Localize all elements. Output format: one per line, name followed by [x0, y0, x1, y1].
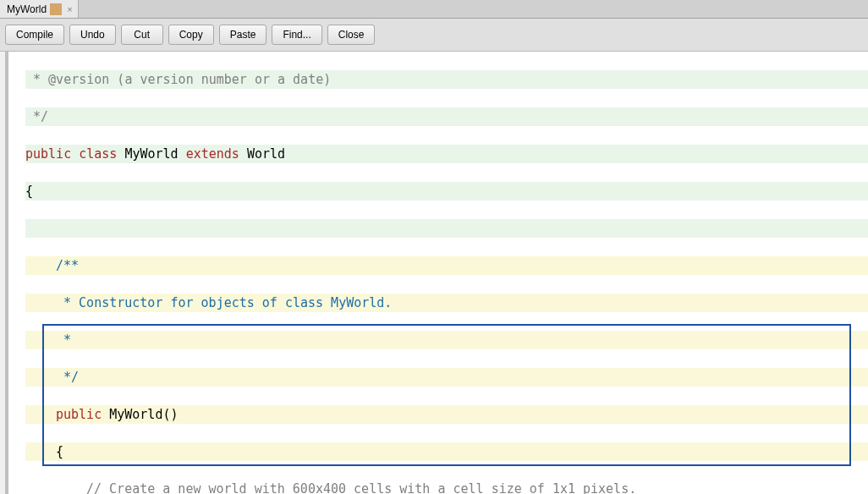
close-button[interactable]: Close	[327, 25, 376, 45]
tab-myworld[interactable]: MyWorld ×	[0, 0, 79, 18]
paste-button[interactable]: Paste	[219, 25, 267, 45]
ctor-sig: MyWorld()	[102, 407, 178, 422]
code-editor[interactable]: * @version (a version number or a date) …	[5, 52, 868, 494]
copy-button[interactable]: Copy	[168, 25, 214, 45]
world-icon	[50, 3, 62, 15]
kw-public: public	[56, 407, 102, 422]
kw-class: class	[79, 146, 117, 162]
brace: {	[25, 184, 33, 199]
cut-button[interactable]: Cut	[121, 25, 163, 45]
brace: {	[56, 444, 94, 459]
doc-line: *	[56, 332, 79, 348]
kw-extends: extends	[186, 146, 239, 162]
toolbar: Compile Undo Cut Copy Paste Find... Clos…	[0, 19, 868, 52]
doc-end: */	[56, 370, 79, 385]
doc-line: * Constructor for objects of class MyWor…	[56, 295, 392, 310]
tab-bar: MyWorld ×	[0, 0, 868, 19]
super-name: World	[239, 146, 285, 162]
doc-comment-end: */	[25, 109, 48, 124]
tab-label: MyWorld	[7, 3, 47, 15]
close-tab-icon[interactable]: ×	[65, 4, 74, 14]
doc-comment: * @version (a version number or a date)	[25, 72, 331, 87]
kw-public: public	[25, 146, 71, 162]
inline-comment: // Create a new world with 600x400 cells…	[86, 481, 636, 494]
code-container: * @version (a version number or a date) …	[0, 52, 868, 494]
find-button[interactable]: Find...	[272, 25, 321, 45]
doc-start: /**	[56, 258, 79, 273]
class-name: MyWorld	[117, 146, 185, 162]
compile-button[interactable]: Compile	[5, 25, 64, 45]
undo-button[interactable]: Undo	[69, 25, 116, 45]
